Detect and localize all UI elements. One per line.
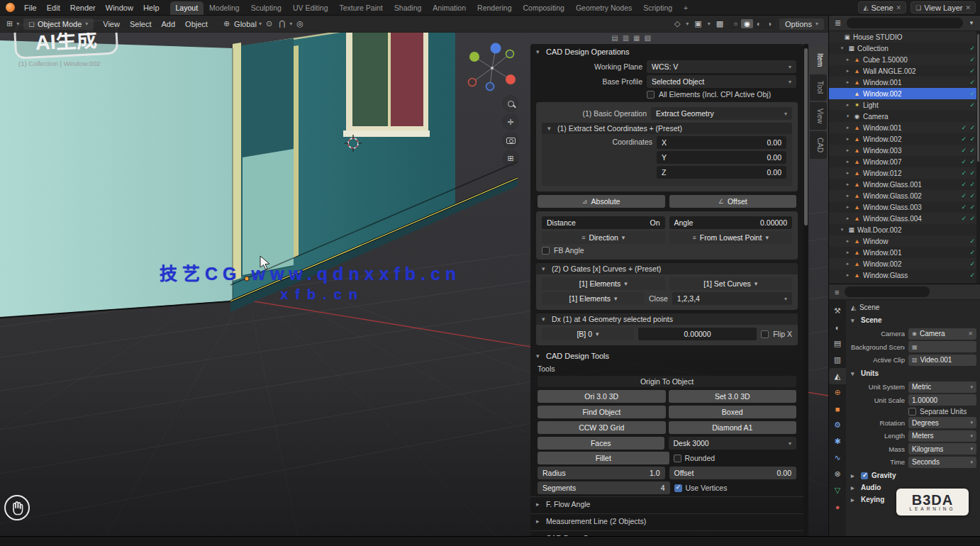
outliner-row[interactable]: ▸ ▲ Window.002 ✓: [829, 258, 980, 269]
tool-tab-icon[interactable]: ⚒: [829, 303, 846, 319]
view-layer-tab-icon[interactable]: ▥: [829, 352, 846, 368]
gravity-checkbox[interactable]: [861, 472, 868, 479]
active-clip-field[interactable]: ▧ Video.001: [908, 355, 976, 366]
expand-arrow-icon[interactable]: ▸: [845, 68, 851, 74]
outliner-row[interactable]: ▸ ▲ Window.Glass.002 ✓ ✓: [829, 190, 980, 201]
workspace-tab[interactable]: Modeling: [204, 1, 245, 15]
workspace-tab[interactable]: Sculpting: [245, 1, 287, 15]
navigation-gizmo[interactable]: [462, 37, 522, 98]
xray-toggle-icon[interactable]: ▩: [714, 19, 725, 28]
offset-button[interactable]: ∠ Offset: [669, 195, 797, 208]
absolute-button[interactable]: ⊿ Absolute: [538, 195, 665, 208]
workspace-tab[interactable]: Layout: [170, 1, 204, 15]
overlays-icon[interactable]: ▣: [692, 19, 703, 28]
status-badges[interactable]: ✓: [969, 56, 976, 63]
camera-prop-field[interactable]: ◉ Camera ✕: [908, 328, 976, 340]
faces-button[interactable]: Faces: [538, 437, 664, 450]
shading-solid-icon[interactable]: ◉: [741, 19, 753, 28]
unlink-scene-icon[interactable]: ✕: [896, 4, 902, 11]
outliner-row[interactable]: ▸ ▲ Window ✓: [829, 235, 980, 247]
outliner-row[interactable]: ▸ ▲ Window.Glass.001 ✓ ✓: [829, 179, 980, 190]
angle-field[interactable]: Angle 0.00000: [669, 216, 793, 229]
world-tab-icon[interactable]: ⊕: [829, 384, 846, 401]
viewport-menu-item[interactable]: View: [98, 18, 125, 30]
outliner-row[interactable]: ▾ ▦ Collection ✓: [829, 43, 980, 54]
expand-arrow-icon[interactable]: ▾: [839, 45, 845, 51]
background-scene-field[interactable]: ▦: [908, 341, 976, 352]
data-tab-icon[interactable]: ▽: [829, 482, 846, 498]
expand-arrow-icon[interactable]: ▸: [845, 102, 851, 108]
constraints-tab-icon[interactable]: ⊗: [829, 466, 846, 482]
status-badges[interactable]: ✓ ✓: [961, 192, 976, 199]
outliner-row[interactable]: ▸ ▲ Wall ANGLE.002 ✓: [829, 65, 980, 77]
rounded-checkbox[interactable]: [674, 455, 681, 462]
orientation-label[interactable]: Global: [234, 20, 257, 28]
remove-view-layer-icon[interactable]: ✕: [965, 4, 971, 11]
close-dropdown[interactable]: 1,2,3,4 ▾: [672, 292, 792, 305]
status-badges[interactable]: ✓: [969, 272, 976, 279]
expand-arrow-icon[interactable]: ▸: [845, 147, 851, 153]
expand-arrow-icon[interactable]: ▸: [845, 250, 851, 255]
outliner-row[interactable]: ▸ ▲ Window.003 ✓ ✓: [829, 145, 980, 156]
axis-neg-x-handle[interactable]: [469, 79, 477, 87]
use-vertices-checkbox[interactable]: [674, 484, 682, 492]
expand-arrow-icon[interactable]: ▸: [845, 79, 851, 85]
workspace-tab[interactable]: Rendering: [472, 1, 517, 15]
main-menu-item[interactable]: Window: [101, 2, 138, 13]
unit-system-dropdown[interactable]: Metric▾: [908, 381, 976, 393]
status-badges[interactable]: ✓ ✓: [961, 135, 976, 143]
scene-section-header[interactable]: ▾ Scene: [850, 314, 976, 326]
set-curves-button[interactable]: [1] Set Curves ▾: [669, 277, 793, 290]
outliner-row[interactable]: ▾ ◉ Camera: [829, 111, 980, 122]
main-menu-item[interactable]: Edit: [42, 2, 65, 13]
zoom-button[interactable]: [502, 95, 519, 112]
elements-button[interactable]: [1] Elements ▾: [542, 277, 665, 290]
separate-units-checkbox[interactable]: [908, 408, 916, 416]
coordinate-field[interactable]: X 0.00: [657, 136, 786, 149]
status-badges[interactable]: ✓: [969, 67, 976, 74]
status-badges[interactable]: ✓ ✓: [961, 158, 976, 165]
orientation-icon[interactable]: ⊕: [221, 19, 232, 28]
material-tab-icon[interactable]: ●: [829, 498, 846, 515]
flip-x-checkbox[interactable]: [761, 330, 769, 338]
cad-ops-section-header[interactable]: ▾ CAD Design Operations: [530, 45, 803, 58]
coordinate-field[interactable]: Z 0.00: [657, 166, 786, 179]
expand-arrow-icon[interactable]: ▾: [845, 113, 851, 119]
panel-scrollbar[interactable]: [803, 44, 808, 536]
expand-arrow-icon[interactable]: ▸: [845, 182, 851, 187]
editor-type-icon[interactable]: ⊞: [4, 19, 15, 28]
tool-button[interactable]: Set 3.0 3D: [669, 390, 797, 403]
workspace-tab[interactable]: Animation: [427, 1, 472, 15]
outliner-row[interactable]: ▸ ✶ Light ✓: [829, 99, 980, 111]
outliner-row[interactable]: ▣ House STUDIO: [829, 31, 980, 43]
workspace-tab[interactable]: Geometry Nodes: [570, 1, 637, 15]
blender-logo-icon[interactable]: [6, 3, 15, 12]
overlay-toggle-icon[interactable]: ▦: [633, 34, 640, 42]
status-badges[interactable]: ✓: [969, 260, 976, 267]
from-lowest-button[interactable]: ≡ From Lowest Point ▾: [669, 231, 793, 244]
status-badges[interactable]: ✓ ✓: [961, 181, 976, 188]
axis-neg-y-handle[interactable]: [506, 50, 514, 58]
scene-selector[interactable]: ◭ Scene ✕: [858, 1, 906, 13]
unit-scale-field[interactable]: 1.00000: [908, 394, 976, 406]
overlay-toggle-icon[interactable]: ▧: [645, 34, 651, 42]
expand-arrow-icon[interactable]: ▸: [845, 204, 851, 210]
cad-tools-section-header[interactable]: ▾ CAD Design Tools: [530, 350, 803, 362]
b0-button[interactable]: [B] 0 ▾: [542, 328, 634, 340]
overlay-toggle-icon[interactable]: ▤: [611, 34, 618, 42]
working-plane-dropdown[interactable]: WCS: V ▾: [647, 60, 796, 73]
sidebar-tab[interactable]: CAD: [810, 131, 827, 159]
proportional-edit-icon[interactable]: ◎: [294, 19, 306, 28]
object-tab-icon[interactable]: ■: [829, 401, 846, 417]
all-elements-checkbox[interactable]: [647, 91, 655, 99]
status-badges[interactable]: ✓ ✓: [961, 169, 976, 177]
scrollbar-thumb[interactable]: [804, 48, 808, 225]
shading-wireframe-icon[interactable]: ○: [730, 19, 740, 28]
origin-to-object-header[interactable]: Origin To Object: [538, 376, 796, 387]
outliner-search-input[interactable]: [847, 18, 963, 28]
outliner-row[interactable]: ▸ ▲ Window.001 ✓ ✓: [829, 122, 980, 133]
viewport-menu-item[interactable]: Add: [157, 18, 181, 30]
axis-y-handle[interactable]: [469, 52, 479, 62]
camera-view-button[interactable]: [502, 132, 519, 149]
offset-field[interactable]: Offset 0.00: [669, 467, 797, 479]
